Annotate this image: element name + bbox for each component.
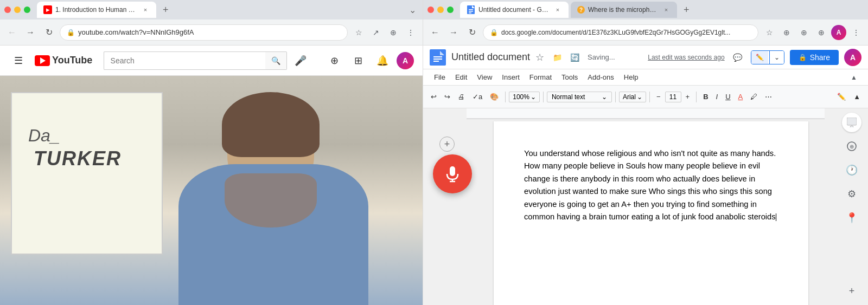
font-size-value[interactable]: 11 xyxy=(665,92,681,102)
sidebar-location-icon[interactable]: 📍 xyxy=(842,208,861,228)
sidebar-expand-button[interactable]: + xyxy=(842,281,861,301)
toolbar-zoom[interactable]: 100% ⌄ xyxy=(509,92,540,102)
gdocs-mode-toggle[interactable]: ⌄ xyxy=(769,51,784,64)
toolbar-view-toggle[interactable]: ▲ xyxy=(850,89,864,105)
yt-share-icon[interactable]: ↗ xyxy=(368,25,384,40)
toolbar-collapse-button[interactable]: ▲ xyxy=(846,70,861,85)
toolbar-text-style[interactable]: Normal text ⌄ xyxy=(547,92,612,102)
yt-tab-overflow-button[interactable]: ⌄ xyxy=(407,5,418,15)
gdocs-refresh-button[interactable]: ↻ xyxy=(464,25,480,40)
yt-menu-dots[interactable]: ⋮ xyxy=(403,25,418,40)
gdocs-menu-dots[interactable]: ⋮ xyxy=(848,25,864,40)
yt-whiteboard-text1: Da_ xyxy=(28,126,60,146)
gdocs-extension2-icon[interactable]: ⊕ xyxy=(796,25,812,40)
sidebar-settings-icon[interactable]: ⚙ xyxy=(842,184,861,204)
gdocs-tab2-close[interactable]: × xyxy=(662,5,671,14)
toolbar-undo[interactable]: ↩ xyxy=(427,89,440,105)
gdocs-back-button[interactable]: ← xyxy=(427,25,443,40)
yt-search-input[interactable] xyxy=(104,51,265,70)
sidebar-chat-icon[interactable]: ⊕ xyxy=(842,137,861,156)
yt-bookmark-icon[interactable]: ☆ xyxy=(351,25,366,40)
menu-addons[interactable]: Add-ons xyxy=(583,71,618,83)
sidebar-history-icon[interactable]: 🕐 xyxy=(842,160,861,180)
add-content-button[interactable]: + xyxy=(439,137,455,152)
gdocs-star-button[interactable]: ☆ xyxy=(535,51,544,63)
voice-input-button[interactable] xyxy=(433,154,472,193)
gdocs-forward-button[interactable]: → xyxy=(446,25,461,40)
gdocs-extension1-icon[interactable]: ⊕ xyxy=(779,25,794,40)
toolbar-underline[interactable]: U xyxy=(722,89,733,105)
toolbar-bold[interactable]: B xyxy=(700,89,711,105)
gdocs-close-button[interactable] xyxy=(427,7,434,13)
yt-play-icon xyxy=(40,57,46,64)
gdocs-url-bar[interactable]: 🔒 docs.google.com/document/d/1E376z3KLuG… xyxy=(483,24,758,41)
gdocs-page[interactable]: You understand whose religious and who i… xyxy=(494,121,808,305)
gdocs-maximize-button[interactable] xyxy=(447,7,454,13)
gdocs-tab2[interactable]: ? Where is the microphone on a... × xyxy=(571,2,677,18)
toolbar-italic[interactable]: I xyxy=(713,89,722,105)
text-style-label: Normal text xyxy=(552,93,585,101)
yt-new-tab-button[interactable]: + xyxy=(158,4,173,16)
yt-apps-button[interactable]: ⊞ xyxy=(349,51,368,70)
toolbar-redo[interactable]: ↪ xyxy=(441,89,454,105)
svg-text:?: ? xyxy=(579,7,583,13)
toolbar-more[interactable]: ⋯ xyxy=(762,89,775,105)
yt-url-bar[interactable]: 🔒 youtube.com/watch?v=NNnlGh9g6fA xyxy=(60,24,348,41)
toolbar-print[interactable]: 🖨 xyxy=(455,89,468,105)
person-hair xyxy=(222,92,320,157)
svg-rect-11 xyxy=(450,166,455,176)
gdocs-move-button[interactable]: 📁 xyxy=(550,50,565,65)
gdocs-last-edit[interactable]: Last edit was seconds ago xyxy=(648,54,724,61)
gdocs-sync-button[interactable]: 🔄 xyxy=(567,50,582,65)
gdocs-user-avatar[interactable]: A xyxy=(844,49,861,66)
menu-insert[interactable]: Insert xyxy=(497,71,524,83)
yt-extension-icon[interactable]: ⊕ xyxy=(386,25,401,40)
toolbar-highlight[interactable]: 🖊 xyxy=(747,89,761,105)
yt-back-button[interactable]: ← xyxy=(4,25,20,40)
gdocs-toolbar: ↩ ↪ 🖨 ✓a 🎨 100% ⌄ Normal text ⌄ Arial ⌄ … xyxy=(423,86,868,108)
yt-minimize-button[interactable] xyxy=(14,7,21,13)
sidebar-comments-icon[interactable] xyxy=(842,113,861,132)
gdocs-bookmark-icon[interactable]: ☆ xyxy=(762,25,777,40)
toolbar-font[interactable]: Arial ⌄ xyxy=(619,92,646,102)
gdocs-body: + You understand whose religious and who… xyxy=(423,108,868,305)
menu-file[interactable]: File xyxy=(430,71,450,83)
yt-forward-button[interactable]: → xyxy=(23,25,38,40)
menu-right-controls: ▲ xyxy=(846,70,861,85)
menu-tools[interactable]: Tools xyxy=(557,71,582,83)
menu-help[interactable]: Help xyxy=(620,71,643,83)
menu-edit[interactable]: Edit xyxy=(451,71,471,83)
gdocs-window-controls xyxy=(427,7,454,13)
yt-create-button[interactable]: ⊕ xyxy=(325,51,344,70)
gdocs-chat-button[interactable]: 💬 xyxy=(730,50,745,65)
toolbar-paint-format[interactable]: 🎨 xyxy=(487,89,502,105)
gdocs-share-button[interactable]: 🔒 Share xyxy=(790,50,839,65)
gdocs-doc-content[interactable]: You understand whose religious and who i… xyxy=(524,147,778,224)
yt-active-tab[interactable]: ▶ 1. Introduction to Human S... × xyxy=(37,2,156,18)
font-size-decrease[interactable]: − xyxy=(653,89,664,105)
gdocs-profile-avatar[interactable]: A xyxy=(831,25,846,40)
gdocs-ruler xyxy=(467,108,825,119)
yt-close-button[interactable] xyxy=(4,7,11,13)
gdocs-minimize-button[interactable] xyxy=(437,7,444,13)
gdocs-editing-mode[interactable]: ✏️ xyxy=(751,51,768,64)
gdocs-tab1-close[interactable]: × xyxy=(553,5,562,14)
gdocs-active-tab[interactable]: Untitled document - Goo... × xyxy=(460,2,569,18)
yt-tab-close[interactable]: × xyxy=(141,5,150,14)
yt-refresh-button[interactable]: ↻ xyxy=(41,25,56,40)
yt-search-button[interactable]: 🔍 xyxy=(265,51,287,70)
yt-maximize-button[interactable] xyxy=(24,7,30,13)
gdocs-extension3-icon[interactable]: ⊕ xyxy=(814,25,829,40)
toolbar-edit-mode[interactable]: ✏️ xyxy=(834,89,849,105)
toolbar-strikethrough[interactable]: A xyxy=(735,89,746,105)
toolbar-spellcheck[interactable]: ✓a xyxy=(469,89,486,105)
font-size-increase[interactable]: + xyxy=(682,89,693,105)
yt-user-avatar[interactable]: A xyxy=(397,52,414,69)
yt-notifications-button[interactable]: 🔔 xyxy=(373,51,392,70)
gdocs-new-tab-button[interactable]: + xyxy=(679,4,694,16)
menu-format[interactable]: Format xyxy=(525,71,556,83)
menu-view[interactable]: View xyxy=(473,71,496,83)
yt-tab-bar: ▶ 1. Introduction to Human S... × + ⌄ xyxy=(0,0,423,20)
yt-hamburger-menu[interactable]: ☰ xyxy=(9,51,28,70)
yt-voice-search-button[interactable]: 🎤 xyxy=(291,51,310,70)
